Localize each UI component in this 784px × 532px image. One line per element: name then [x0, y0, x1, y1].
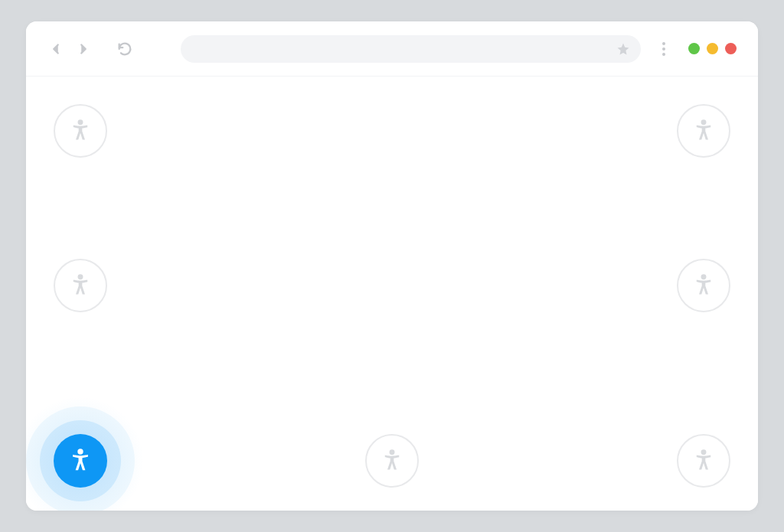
accessibility-person-icon — [381, 449, 403, 472]
reload-icon — [116, 41, 133, 57]
svg-point-0 — [78, 119, 83, 125]
back-button[interactable] — [47, 41, 64, 57]
window-close-button[interactable] — [725, 43, 737, 54]
address-bar[interactable] — [181, 35, 641, 63]
widget-position-top-right[interactable] — [677, 104, 730, 158]
svg-point-6 — [77, 449, 83, 454]
window-minimize-button[interactable] — [688, 43, 700, 54]
accessibility-person-icon — [693, 449, 714, 472]
browser-toolbar — [26, 21, 758, 77]
accessibility-person-icon — [693, 274, 714, 297]
nav-buttons-group — [47, 41, 133, 57]
svg-point-1 — [701, 119, 707, 125]
arrow-left-icon — [47, 41, 64, 57]
forward-button[interactable] — [75, 41, 92, 57]
bookmark-button[interactable] — [616, 42, 630, 56]
browser-window — [26, 21, 758, 511]
svg-point-3 — [701, 274, 707, 279]
widget-position-bottom-right[interactable] — [677, 434, 730, 488]
accessibility-person-icon — [70, 274, 91, 297]
reload-button[interactable] — [116, 41, 133, 57]
star-icon — [616, 42, 630, 56]
dots-vertical-icon — [662, 42, 665, 45]
widget-position-mid-right[interactable] — [677, 259, 730, 312]
accessibility-person-icon — [69, 449, 92, 473]
accessibility-person-icon — [70, 119, 91, 142]
widget-position-top-left[interactable] — [54, 104, 107, 158]
svg-point-5 — [701, 449, 707, 455]
window-controls — [688, 43, 737, 54]
accessibility-widget-active[interactable] — [54, 434, 107, 488]
browser-content — [26, 77, 758, 511]
window-maximize-button[interactable] — [707, 43, 718, 54]
arrow-right-icon — [75, 41, 92, 57]
widget-position-bottom-center[interactable] — [365, 434, 419, 488]
svg-point-4 — [390, 449, 395, 455]
accessibility-person-icon — [693, 119, 714, 142]
svg-point-2 — [78, 274, 83, 279]
widget-position-mid-left[interactable] — [54, 259, 107, 312]
browser-menu-button[interactable] — [656, 42, 671, 56]
